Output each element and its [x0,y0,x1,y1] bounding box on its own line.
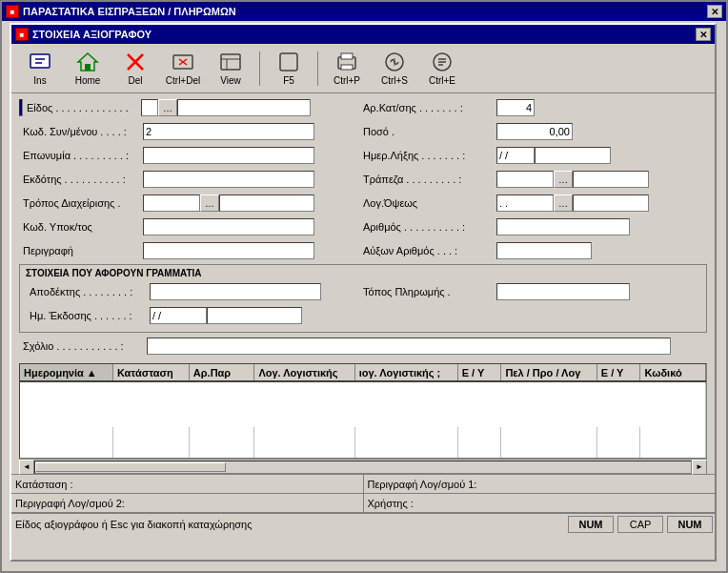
col-iog-log[interactable]: ιογ. Λογιστικής ; [354,364,457,381]
svg-rect-15 [341,53,353,59]
trapeza-name-input[interactable] [573,171,649,188]
svg-rect-0 [30,54,50,68]
col-ey1[interactable]: Ε / Υ [457,364,501,381]
scroll-left-button[interactable]: ◄ [19,460,34,475]
col-hmerominia[interactable]: Ημερομηνία ▲ [20,364,112,381]
outer-window: ■ ΠΑΡΑΣΤΑΤΙΚΑ ΕΙΣΠΡΑΞΕΩΝ / ΠΛΗΡΩΜΩΝ ✕ ■ … [0,0,728,573]
view-button[interactable]: View [208,48,253,90]
kwd-input[interactable] [143,123,314,140]
f5-button[interactable]: F5 [266,48,312,90]
outer-close-button[interactable]: ✕ [707,5,722,18]
eponymia-input[interactable] [143,147,314,164]
tropos-browse-button[interactable]: … [200,194,219,212]
ctrl-p-label: Ctrl+P [334,75,360,86]
col-ar-par[interactable]: Αρ.Παρ [189,364,254,381]
ctrl-s-button[interactable]: Ctrl+S [372,48,417,90]
xrhstis-cell: Χρήστης : [364,494,716,512]
outer-window-icon: ■ [6,5,19,18]
xrhstis-label: Χρήστης : [368,498,414,509]
tropos-row: Τρόπος Διαχείρισης . … Λογ.Όψεως … [19,193,707,214]
inner-titlebar: ■ ΣΤΟΙΧΕΙΑ ΑΞΙΟΓΡΑΦΟΥ ✕ [11,25,715,44]
svg-rect-4 [85,64,91,71]
svg-rect-16 [341,65,353,70]
col-katastasi[interactable]: Κατάσταση [112,364,189,381]
col-pel-pro-log[interactable]: Πελ / Προ / Λογ [501,364,597,381]
apodektis-input[interactable] [150,283,321,300]
horizontal-scrollbar[interactable]: ◄ ► [19,459,707,474]
hmer-lixis-label: Ημερ.Λήξης . . . . . . . : [363,150,496,161]
eidos-browse-button[interactable]: … [158,99,177,116]
log-ofeilwn-input[interactable] [496,194,554,212]
svg-rect-13 [280,53,297,71]
inner-window: ■ ΣΤΟΙΧΕΙΑ ΑΞΙΟΓΡΑΦΟΥ ✕ Ins [10,23,717,562]
ar-kat-label: Αρ.Κατ/σης . . . . . . . : [363,102,496,113]
tropos-text-input[interactable] [219,194,314,212]
perigrafi-log-1-cell: Περιγραφή Λογ/σμού 1: [364,475,716,493]
inner-window-title: ΣΤΟΙΧΕΙΑ ΑΞΙΟΓΡΑΦΟΥ [32,29,152,40]
eponymia-row: Επωνυμία . . . . . . . . . : Ημερ.Λήξης … [19,145,707,166]
ins-button[interactable]: Ins [17,48,63,90]
log-ofeilwn-name-input[interactable] [573,194,649,212]
ctrl-p-button[interactable]: Ctrl+P [324,48,370,90]
scroll-track[interactable] [34,460,692,474]
del-button[interactable]: Del [112,48,158,90]
apodektis-row: Αποδέκτης . . . . . . . . : Τόπος Πληρωμ… [26,281,700,302]
ctrl-del-icon [172,51,194,73]
hmer-lixis-input2[interactable] [535,147,611,164]
auxwn-arithmos-label: Αύξων Αριθμός . . . : [363,245,496,256]
ctrl-p-icon [335,51,358,73]
col-ey2[interactable]: Ε / Υ [597,364,640,381]
ctrl-del-label: Ctrl+Del [166,75,200,86]
scroll-right-button[interactable]: ► [692,460,707,475]
inner-close-button[interactable]: ✕ [696,28,711,41]
scroll-thumb[interactable] [35,462,226,472]
eidos-color-input[interactable] [141,99,158,116]
poso-input[interactable] [496,123,573,140]
arithmos-input[interactable] [496,218,630,235]
ctrl-del-button[interactable]: Ctrl+Del [160,48,206,90]
trapeza-input[interactable] [496,171,554,188]
kwd-label: Κωδ. Συν/μένου . . . . : [19,126,143,137]
ekdotis-input[interactable] [143,171,314,188]
ekdotis-row: Εκδότης . . . . . . . . . . : Τράπεζα . … [19,169,707,190]
auxwn-arithmos-input[interactable] [496,242,592,259]
status-rows: Κατάσταση : Περιγραφή Λογ/σμού 1: Περιγρ… [11,474,715,513]
table-row [20,442,706,458]
num2-indicator: NUM [667,516,713,533]
log-ofeilwn-browse-button[interactable]: … [554,194,573,212]
col-log-log[interactable]: Λογ. Λογιστικής [254,364,354,381]
inner-window-icon: ■ [15,28,29,41]
arithmos-label: Αριθμός . . . . . . . . . . : [363,221,496,233]
ar-kat-input[interactable] [496,99,535,116]
trapeza-browse-button[interactable]: … [554,171,573,188]
tropos-label: Τρόπος Διαχείρισης . [19,197,143,209]
ctrl-e-button[interactable]: Ctrl+E [419,48,465,90]
ctrl-e-label: Ctrl+E [429,75,455,86]
trapeza-label: Τράπεζα . . . . . . . . . : [363,174,496,185]
sxolio-input[interactable] [147,338,671,355]
kwd-row: Κωδ. Συν/μένου . . . . : Ποσό . [19,121,707,142]
status-row-2: Περιγραφή Λογ/σμού 2: Χρήστης : [11,494,715,513]
perigrafi-label: Περιγραφή [19,245,143,256]
home-button[interactable]: Home [65,48,111,90]
view-icon [219,51,242,73]
col-kwdikos[interactable]: Κωδικό [640,364,706,381]
tropos-input[interactable] [143,194,200,212]
ekdotis-label: Εκδότης . . . . . . . . . . : [19,174,143,185]
topos-plirwmis-input[interactable] [496,283,630,300]
eidos-text-input[interactable] [177,99,311,116]
bottom-status-text: Είδος αξιογράφου ή Esc για διακοπή καταχ… [11,519,566,530]
perigrafi-log-2-cell: Περιγραφή Λογ/σμού 2: [11,494,364,512]
home-icon [76,51,99,73]
hm-ekdosis-input2[interactable] [207,307,302,324]
kwd-yp-input[interactable] [143,218,314,235]
hm-ekdosis-input[interactable] [150,307,207,324]
hmer-lixis-input[interactable] [496,147,535,164]
eidos-row: Είδος . . . . . . . . . . . . . … Αρ.Κατ… [19,97,707,118]
del-icon [124,51,147,73]
f5-label: F5 [283,75,294,86]
perigrafi-input[interactable] [143,242,314,259]
del-label: Del [128,75,142,86]
ins-icon [29,51,51,73]
cap-indicator: CAP [617,516,663,533]
